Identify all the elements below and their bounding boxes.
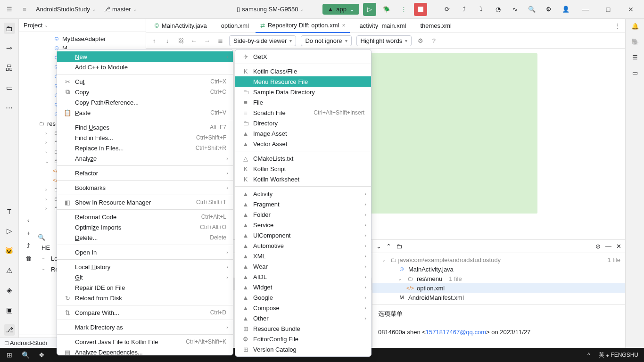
changed-file-row[interactable]: ⌄🗀res\menu1 file	[372, 274, 625, 283]
menu-item[interactable]: ▲Wear›	[235, 261, 371, 272]
branch-search-icon[interactable]: 🔍	[38, 234, 45, 241]
menu-item[interactable]: ≡File	[235, 97, 371, 107]
stop-button[interactable]	[414, 3, 427, 16]
run-button[interactable]: ▷	[363, 3, 376, 16]
settings-icon[interactable]: ⚙	[542, 3, 555, 16]
nav-up-icon[interactable]: ‹	[27, 217, 29, 224]
menu-item[interactable]: ⊞Version Catalog	[235, 344, 371, 354]
hamburger-alt-icon[interactable]: ≡	[19, 4, 30, 15]
bookmarks-tool-icon[interactable]: ▭	[4, 82, 15, 93]
menu-item[interactable]: ▲AIDL›	[235, 272, 371, 282]
menu-item[interactable]: Mark Directory as›	[57, 322, 233, 332]
vcs-tool-icon[interactable]: ⎇	[4, 324, 15, 336]
device-manager-icon[interactable]: ☰	[632, 54, 638, 61]
menu-item[interactable]: ▲Service›	[235, 220, 371, 230]
debug-button[interactable]: 🪲	[380, 3, 393, 16]
menu-item[interactable]: ▲Vector Asset	[235, 139, 371, 149]
changed-file-row[interactable]: ©MainActivity.java	[372, 264, 625, 274]
task-app-icon[interactable]: ❖	[34, 349, 49, 361]
gradle-icon[interactable]: 🐘	[631, 38, 639, 45]
menu-item[interactable]: Refactor›	[57, 168, 233, 178]
editor-tab[interactable]: activity_main.xml	[352, 19, 411, 33]
context-menu-main[interactable]: New›Add C++ to Module✂CutCtrl+X⧉CopyCtrl…	[57, 49, 233, 355]
menu-item[interactable]: Open In›	[57, 247, 233, 257]
menu-item[interactable]: Find in Files...Ctrl+Shift+F	[57, 132, 233, 143]
run-config-selector[interactable]: ▲app⌄	[322, 4, 359, 15]
problems-tool-icon[interactable]: ⚠	[4, 265, 15, 276]
structure-tool-icon[interactable]: 品	[4, 62, 15, 74]
editor-tab[interactable]: option.xml	[214, 19, 254, 33]
editor-tab[interactable]: themes.xml	[413, 19, 456, 33]
tab-overflow-icon[interactable]: ⋮	[610, 22, 625, 29]
commit-tool-icon[interactable]: ⊸	[4, 42, 15, 54]
diff-highlight-mode[interactable]: Highlight words▾	[356, 35, 412, 46]
project-panel-header[interactable]: Project ⌄	[19, 19, 146, 32]
context-menu-new[interactable]: ✈GetXKKotlin Class/FileMenu Resource Fil…	[235, 49, 372, 357]
expand-icon[interactable]: ⌄	[376, 243, 381, 250]
search-icon[interactable]: 🔍	[525, 3, 538, 16]
group-icon[interactable]: 🗀	[396, 243, 402, 250]
diff-ignore-mode[interactable]: Do not ignore▾	[301, 35, 351, 46]
menu-item[interactable]: ≡Scratch FileCtrl+Alt+Shift+Insert	[235, 107, 371, 118]
menu-item[interactable]: ▲UiComponent›	[235, 230, 371, 240]
tray-ime[interactable]: 英 ⬥ FENGSHU	[595, 351, 642, 359]
next-diff-icon[interactable]: ↓	[163, 37, 172, 44]
menu-item[interactable]: KKotlin Script	[235, 164, 371, 174]
menu-item[interactable]: Bookmarks›	[57, 182, 233, 193]
toolbar-icon-5[interactable]: ∿	[508, 3, 521, 16]
fwd-icon[interactable]: →	[203, 37, 211, 44]
dash-icon[interactable]: —	[605, 243, 611, 250]
tree-file[interactable]: ©MyBaseAdapter	[19, 34, 146, 43]
menu-item[interactable]: ✈GetX	[235, 51, 371, 62]
menu-item[interactable]: Repair IDE on File	[57, 282, 233, 293]
menu-item[interactable]: ▲Activity›	[235, 189, 371, 199]
close-tab-icon[interactable]: ×	[342, 22, 345, 29]
menu-item[interactable]: ▲Other›	[235, 313, 371, 323]
collapse-icon[interactable]: ⌃	[386, 243, 391, 250]
changed-file-row[interactable]: </>option.xml	[372, 283, 625, 293]
menu-item[interactable]: ⚙EditorConfig File	[235, 334, 371, 344]
more-run-icon[interactable]: ⋮	[397, 3, 410, 16]
add-icon[interactable]: +	[26, 230, 30, 237]
account-icon[interactable]: 👤	[559, 3, 572, 16]
menu-item[interactable]: 📋PasteCtrl+V	[57, 107, 233, 118]
gear-icon[interactable]: ⚙	[416, 37, 425, 44]
emulator-icon[interactable]: ▭	[632, 69, 638, 76]
pin-icon[interactable]: ⊘	[595, 243, 601, 250]
link-icon[interactable]: ⛓	[176, 37, 185, 44]
tree-row[interactable]: ⌄🗀 java\com\example\androidstudiostudy1 …	[372, 255, 625, 264]
menu-item[interactable]: ✂CutCtrl+X	[57, 76, 233, 87]
menu-item[interactable]: Git›	[57, 272, 233, 282]
toolbar-icon-4[interactable]: ◔	[491, 3, 504, 16]
menu-item[interactable]: ⧉CopyCtrl+C	[57, 87, 233, 97]
menu-item[interactable]: ▲XML›	[235, 251, 371, 261]
diff-viewer-mode[interactable]: Side-by-side viewer▾	[229, 35, 296, 46]
run-tool-icon[interactable]: ▷	[4, 225, 15, 237]
start-button[interactable]: ⊞	[2, 349, 17, 361]
menu-item[interactable]: ⊞Resource Bundle	[235, 323, 371, 334]
vcs-branch[interactable]: ⎇master⌄	[101, 6, 139, 13]
cat-tool-icon[interactable]: 🐱	[4, 245, 15, 256]
build-tool-icon[interactable]: T	[4, 206, 15, 217]
menu-item[interactable]: 🗀Sample Data Directory	[235, 87, 371, 97]
menu-item[interactable]: Convert Java File to Kotlin FileCtrl+Alt…	[57, 337, 233, 347]
menu-item[interactable]: Menu Resource File	[235, 76, 371, 87]
menu-item[interactable]: ↻Reload from Disk	[57, 293, 233, 303]
menu-item[interactable]: Optimize ImportsCtrl+Alt+O	[57, 222, 233, 232]
menu-item[interactable]: △CMakeLists.txt	[235, 153, 371, 164]
menu-item[interactable]: Copy Path/Reference...	[57, 97, 233, 107]
list-icon[interactable]: ≣	[216, 37, 224, 44]
menu-item[interactable]: Local History›	[57, 262, 233, 272]
menu-item[interactable]: KKotlin Worksheet	[235, 174, 371, 184]
menu-item[interactable]: Analyze›	[57, 153, 233, 164]
checkout-icon[interactable]: ⤴	[27, 242, 30, 249]
menu-item[interactable]: Reformat CodeCtrl+Alt+L	[57, 212, 233, 222]
close-button[interactable]: ✕	[621, 2, 640, 16]
menu-item[interactable]: ◧Show In Resource ManagerCtrl+Shift+T	[57, 197, 233, 207]
more-tools-icon[interactable]: ⋯	[4, 102, 15, 113]
terminal-tool-icon[interactable]: ▣	[4, 304, 15, 316]
editor-tab[interactable]: ©MainActivity.java	[150, 19, 212, 33]
back-icon[interactable]: ←	[190, 37, 198, 44]
menu-item[interactable]: Delete...Delete	[57, 232, 233, 243]
toolbar-icon-1[interactable]: ⟳	[440, 3, 454, 16]
